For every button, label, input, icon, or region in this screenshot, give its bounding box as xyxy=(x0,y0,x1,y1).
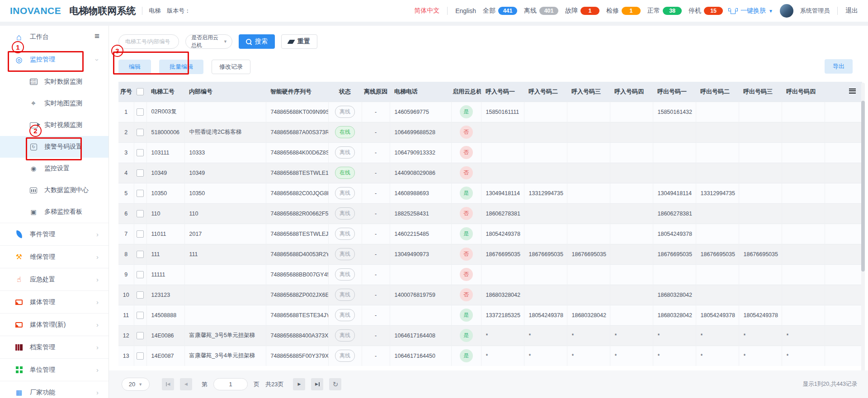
column-settings-header xyxy=(825,82,862,102)
sidebar-item-应急处置[interactable]: ☝应急处置› xyxy=(0,268,108,290)
row-checkbox[interactable] xyxy=(137,169,144,177)
keyword-input[interactable] xyxy=(118,34,179,49)
cell-call-out-3 xyxy=(739,163,782,183)
cell-internal-number xyxy=(184,305,266,325)
column-header: 序号 xyxy=(118,82,134,102)
last-page-button[interactable]: ▶ xyxy=(311,378,323,390)
status-badge-label: 检修 xyxy=(606,7,619,15)
sidebar-item-实时视频监测[interactable]: 实时视频监测 xyxy=(0,114,108,136)
cell-call-in-2: 13312994735 xyxy=(524,183,567,203)
cloud-switch-badge: 否 xyxy=(460,126,473,139)
cell-offline-reason: - xyxy=(362,142,390,163)
sidebar-item-单位管理[interactable]: 单位管理› xyxy=(0,358,108,381)
sidebar-item-档案管理[interactable]: 档案管理› xyxy=(0,336,108,358)
cell-call-out-3 xyxy=(739,285,782,305)
prev-page-button[interactable]: ◀ xyxy=(180,378,192,390)
logout-button[interactable]: 退出 xyxy=(845,7,858,15)
cell-call-out-1: 13049418114 xyxy=(653,183,696,203)
status-badge: 离线 xyxy=(335,289,355,301)
column-settings-icon[interactable] xyxy=(849,89,856,94)
row-checkbox[interactable] xyxy=(137,149,144,156)
cloud-machine-select[interactable]: 是否启用云总机 ▼ xyxy=(185,34,232,49)
row-checkbox[interactable] xyxy=(137,251,144,258)
lang-english[interactable]: English xyxy=(455,7,476,14)
lang-simplified-chinese[interactable]: 简体中文 xyxy=(414,7,439,15)
cloud-switch-badge: 否 xyxy=(460,248,473,261)
page-size-select[interactable]: 20 ▼ xyxy=(122,378,150,391)
row-checkbox[interactable] xyxy=(137,332,144,339)
cell-call-out-1 xyxy=(653,122,696,142)
cell-phone: 1064617164408 xyxy=(390,325,451,346)
scrollbar-thumb[interactable] xyxy=(861,101,865,272)
cell-offline-reason: - xyxy=(362,224,390,244)
sidebar-item-label: 实时视频监测 xyxy=(44,121,82,129)
sidebar-item-监控设置[interactable]: ◉监控设置 xyxy=(0,158,108,179)
select-all-checkbox[interactable] xyxy=(137,88,144,95)
change-history-button[interactable]: 修改记录 xyxy=(212,60,250,74)
cell-phone: 14605969775 xyxy=(390,102,451,122)
status-badge[interactable]: 15 xyxy=(704,7,723,15)
cell-seq: 10 xyxy=(118,285,134,305)
cell-call-in-1: * xyxy=(481,325,524,346)
sidebar-item-label: 实时地图监测 xyxy=(44,99,82,108)
board-icon: ▣ xyxy=(28,208,39,215)
cell-cloud-switch: 否 xyxy=(451,285,481,305)
cell-cloud-switch: 是 xyxy=(451,305,481,325)
sidebar-item-实时数据监测[interactable]: 01010101实时数据监测 xyxy=(0,71,108,93)
sidebar-item-事件管理[interactable]: 事件管理› xyxy=(0,223,108,245)
cloud-switch-badge: 是 xyxy=(460,329,473,342)
cell-call-in-3 xyxy=(567,122,610,142)
cell-call-out-1: 18680328042 xyxy=(653,285,696,305)
row-checkbox[interactable] xyxy=(137,129,144,136)
sidebar-item-实时地图监测[interactable]: ⌖实时地图监测 xyxy=(0,93,108,114)
cell-call-in-4 xyxy=(610,224,653,244)
skin-switcher[interactable]: 一键换肤 ▼ xyxy=(730,7,773,15)
cell-call-out-4 xyxy=(782,203,825,224)
status-badge[interactable]: 441 xyxy=(498,7,517,15)
cell-checkbox xyxy=(134,325,146,346)
row-checkbox[interactable] xyxy=(137,210,144,217)
sidebar-item-大数据监测中心[interactable]: 大数据监测中心 xyxy=(0,179,108,201)
first-page-button[interactable]: ◀ xyxy=(162,378,174,390)
avatar[interactable] xyxy=(780,4,793,18)
sidebar-item-媒体管理[interactable]: 媒体管理› xyxy=(0,290,108,313)
cell-elevator-code: 10349 xyxy=(146,163,184,183)
vertical-scrollbar[interactable] xyxy=(861,83,865,372)
row-checkbox[interactable] xyxy=(137,352,144,360)
sidebar-item-多梯监控看板[interactable]: ▣多梯监控看板 xyxy=(0,201,108,223)
chevron-down-icon: ▼ xyxy=(223,39,227,44)
cell-elevator-code: 14E0086 xyxy=(146,325,184,346)
cell-call-in-2 xyxy=(524,264,567,285)
sidebar-item-媒体管理(新)[interactable]: 媒体管理(新)› xyxy=(0,313,108,336)
table-row: 61101107488656882R00662F5R0离线-1882525843… xyxy=(118,203,862,224)
status-badge[interactable]: 1 xyxy=(580,7,599,15)
status-badge[interactable]: 38 xyxy=(663,7,682,15)
row-checkbox[interactable] xyxy=(137,291,144,299)
page-number-input[interactable] xyxy=(213,378,248,390)
reset-button[interactable]: 重置 xyxy=(281,34,317,49)
status-badge[interactable]: 401 xyxy=(539,7,558,15)
cell-call-out-2 xyxy=(696,285,739,305)
cell-offline-reason: - xyxy=(362,346,390,366)
cell-phone: 1064790913332 xyxy=(390,142,451,163)
status-badges: 全部441离线401故障1检修1正常38停机15 xyxy=(483,7,723,15)
row-checkbox[interactable] xyxy=(137,271,144,278)
cell-call-in-2: 18054249378 xyxy=(524,305,567,325)
row-checkbox[interactable] xyxy=(137,108,144,116)
refresh-button[interactable]: ↻ xyxy=(329,378,341,390)
cell-cloud-switch: 否 xyxy=(451,142,481,163)
export-button[interactable]: 导出 xyxy=(825,59,853,74)
row-checkbox[interactable] xyxy=(137,190,144,197)
row-checkbox[interactable] xyxy=(137,312,144,319)
next-page-button[interactable]: ▶ xyxy=(293,378,305,390)
sidebar-item-厂家功能[interactable]: ▦厂家功能› xyxy=(0,381,108,398)
row-checkbox[interactable] xyxy=(137,230,144,238)
sidebar-item-label: 监控设置 xyxy=(44,164,70,173)
status-badge[interactable]: 1 xyxy=(622,7,641,15)
search-button[interactable]: 搜索 xyxy=(239,34,275,49)
table-row: 41034910349748865688TESTWLE1410在线-144090… xyxy=(118,163,862,183)
leaf-icon xyxy=(14,231,24,238)
cell-serial-number: 7488656882C00JQG8KY0 xyxy=(266,183,328,203)
cloud-switch-badge: 是 xyxy=(460,227,473,240)
sidebar-item-维保管理[interactable]: ⚒维保管理› xyxy=(0,245,108,268)
